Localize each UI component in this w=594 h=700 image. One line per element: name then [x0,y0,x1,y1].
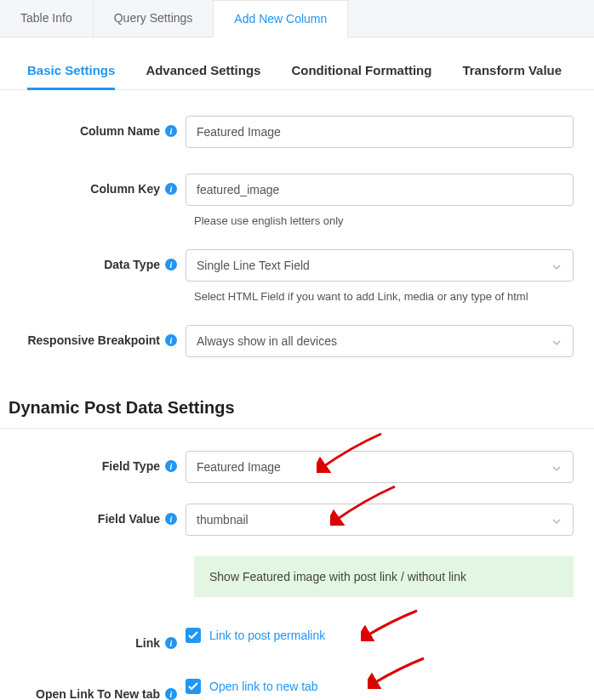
dynamic-post-data-heading: Dynamic Post Data Settings [0,383,594,429]
info-icon[interactable]: i [165,513,177,525]
info-icon[interactable]: i [165,334,177,346]
field-type-label: Field Type i [0,451,186,473]
info-icon[interactable]: i [165,688,177,700]
link-permalink-checkbox[interactable] [186,628,201,643]
sub-tabs: Basic Settings Advanced Settings Conditi… [0,37,594,90]
tab-add-new-column[interactable]: Add New Column [214,0,348,37]
subtab-advanced-settings[interactable]: Advanced Settings [146,63,260,89]
tab-query-settings[interactable]: Query Settings [94,0,214,37]
featured-image-notice: Show Featured image with post link / wit… [194,556,574,597]
settings-form: Column Name i Column Key i Please use en… [0,90,594,700]
chevron-down-icon [552,334,561,348]
data-type-select[interactable]: Single Line Text Field [186,249,574,282]
open-new-tab-checkbox[interactable] [186,679,201,694]
responsive-breakpoint-label: Responsive Breakpoint i [0,325,186,347]
top-tabs: Table Info Query Settings Add New Column [0,0,594,37]
data-type-helper: Select HTML Field if you want to add Lin… [194,290,594,303]
subtab-basic-settings[interactable]: Basic Settings [27,63,115,89]
chevron-down-icon [552,259,561,272]
open-new-tab-checkbox-label[interactable]: Open link to new tab [209,680,318,693]
field-value-label: Field Value i [0,504,186,526]
info-icon[interactable]: i [165,125,177,137]
open-new-tab-label: Open Link To New tab i [0,679,186,700]
chevron-down-icon [552,513,561,526]
info-icon[interactable]: i [165,637,177,649]
info-icon[interactable]: i [165,183,177,195]
field-value-select[interactable]: thumbnail [186,504,574,536]
info-icon[interactable]: i [165,259,177,270]
column-name-label: Column Name i [0,116,186,138]
column-key-helper: Please use english letters only [194,214,594,227]
info-icon[interactable]: i [165,460,177,472]
field-type-select[interactable]: Featured Image [186,451,574,483]
column-key-label: Column Key i [0,174,186,196]
column-name-input[interactable] [186,116,574,148]
chevron-down-icon [552,460,561,474]
subtab-transform-value[interactable]: Transform Value [462,63,562,89]
responsive-breakpoint-select[interactable]: Always show in all devices [186,325,574,357]
link-permalink-checkbox-label[interactable]: Link to post permalink [209,629,325,642]
tab-table-info[interactable]: Table Info [0,0,94,37]
link-label: Link i [0,628,186,650]
data-type-label: Data Type i [0,249,186,271]
column-key-input[interactable] [186,174,574,206]
subtab-conditional-formatting[interactable]: Conditional Formatting [291,63,431,89]
